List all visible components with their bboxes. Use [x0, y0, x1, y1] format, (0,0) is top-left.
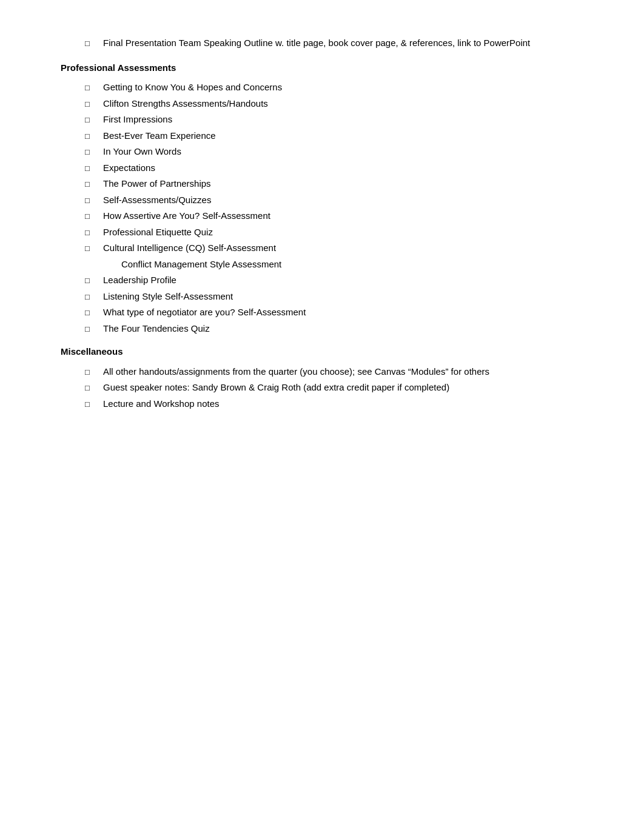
bullet-icon: □ [85, 243, 97, 255]
item-text: First Impressions [103, 113, 595, 127]
list-item: □ How Assertive Are You? Self-Assessment [85, 209, 595, 223]
bullet-icon: □ [85, 195, 97, 207]
bullet-icon: □ [85, 98, 97, 110]
miscellaneous-heading: Miscellaneous [61, 345, 595, 359]
item-text: How Assertive Are You? Self-Assessment [103, 209, 595, 223]
item-text: Self-Assessments/Quizzes [103, 193, 595, 207]
list-item: □ The Four Tendencies Quiz [85, 322, 595, 336]
list-item: □ Leadership Profile [85, 273, 595, 287]
bullet-icon: □ [85, 163, 97, 175]
item-text: The Four Tendencies Quiz [103, 322, 595, 336]
bullet-icon: □ [85, 210, 97, 223]
item-text: Leadership Profile [103, 273, 595, 287]
bullet-icon: □ [85, 323, 97, 335]
bullet-icon: □ [85, 382, 97, 394]
list-item: □ Getting to Know You & Hopes and Concer… [85, 81, 595, 95]
item-text: Cultural Intelligence (CQ) Self-Assessme… [103, 241, 595, 255]
list-item: □ Expectations [85, 161, 595, 175]
miscellaneous-list: □ All other handouts/assignments from th… [61, 365, 595, 411]
list-item-indented: Conflict Management Style Assessment [85, 258, 595, 272]
list-item: □ Cultural Intelligence (CQ) Self-Assess… [85, 241, 595, 255]
item-text: Listening Style Self-Assessment [103, 290, 595, 304]
list-item: □ Lecture and Workshop notes [85, 397, 595, 411]
item-text: In Your Own Words [103, 145, 595, 159]
professional-assessments-section: Professional Assessments □ Getting to Kn… [61, 61, 595, 336]
item-text: Clifton Strengths Assessments/Handouts [103, 97, 595, 111]
top-bullet-text: Final Presentation Team Speaking Outline… [103, 36, 595, 50]
item-text: Expectations [103, 161, 595, 175]
item-text: All other handouts/assignments from the … [103, 365, 595, 379]
item-text: Guest speaker notes: Sandy Brown & Craig… [103, 381, 595, 395]
item-text: Getting to Know You & Hopes and Concerns [103, 81, 595, 95]
professional-assessments-list: □ Getting to Know You & Hopes and Concer… [61, 81, 595, 335]
bullet-icon: □ [85, 291, 97, 303]
bullet-icon: □ [85, 275, 97, 287]
bullet-icon: □ [85, 130, 97, 143]
bullet-icon: □ [85, 114, 97, 126]
bullet-icon: □ [85, 227, 97, 239]
list-item: □ The Power of Partnerships [85, 177, 595, 191]
list-item: □ Professional Etiquette Quiz [85, 226, 595, 240]
bullet-icon: □ [85, 82, 97, 94]
list-item: □ All other handouts/assignments from th… [85, 365, 595, 379]
list-item: □ What type of negotiator are you? Self-… [85, 306, 595, 320]
list-item: □ Clifton Strengths Assessments/Handouts [85, 97, 595, 111]
list-item: □ Guest speaker notes: Sandy Brown & Cra… [85, 381, 595, 395]
item-text: Professional Etiquette Quiz [103, 226, 595, 240]
bullet-icon [103, 259, 115, 271]
item-text: Best-Ever Team Experience [103, 129, 595, 143]
item-text: Lecture and Workshop notes [103, 397, 595, 411]
item-text: The Power of Partnerships [103, 177, 595, 191]
list-item: □ First Impressions [85, 113, 595, 127]
item-text: What type of negotiator are you? Self-As… [103, 306, 595, 320]
bullet-icon: □ [85, 366, 97, 378]
bullet-icon: □ [85, 307, 97, 319]
bullet-icon: □ [85, 146, 97, 158]
top-bullet-item: □ Final Presentation Team Speaking Outli… [61, 36, 595, 50]
professional-assessments-heading: Professional Assessments [61, 61, 595, 75]
miscellaneous-section: Miscellaneous □ All other handouts/assig… [61, 345, 595, 411]
list-item: □ In Your Own Words [85, 145, 595, 159]
list-item: □ Self-Assessments/Quizzes [85, 193, 595, 207]
list-item: □ Best-Ever Team Experience [85, 129, 595, 143]
list-item: □ Listening Style Self-Assessment [85, 290, 595, 304]
bullet-icon: □ [85, 178, 97, 190]
item-text: Conflict Management Style Assessment [121, 258, 595, 272]
bullet-icon: □ [85, 38, 97, 50]
bullet-icon: □ [85, 398, 97, 411]
